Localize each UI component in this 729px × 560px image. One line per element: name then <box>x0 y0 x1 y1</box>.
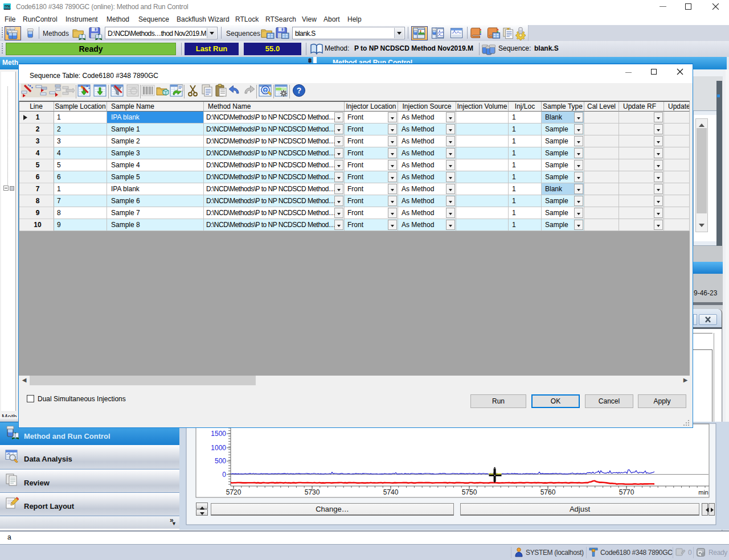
svg-text:5720: 5720 <box>226 488 241 496</box>
svg-text:0: 0 <box>222 471 226 479</box>
svg-text:1000: 1000 <box>211 444 226 452</box>
svg-text:GC: GC <box>5 5 10 9</box>
svg-text:?: ? <box>297 86 302 95</box>
svg-text:1500: 1500 <box>211 430 226 438</box>
svg-text:5750: 5750 <box>462 488 477 496</box>
svg-text:5760: 5760 <box>540 488 556 496</box>
svg-text:min: min <box>698 489 708 496</box>
svg-text:500: 500 <box>215 457 226 465</box>
svg-text:5770: 5770 <box>619 488 634 496</box>
svg-text:5740: 5740 <box>383 488 399 496</box>
svg-text:5730: 5730 <box>305 488 320 496</box>
